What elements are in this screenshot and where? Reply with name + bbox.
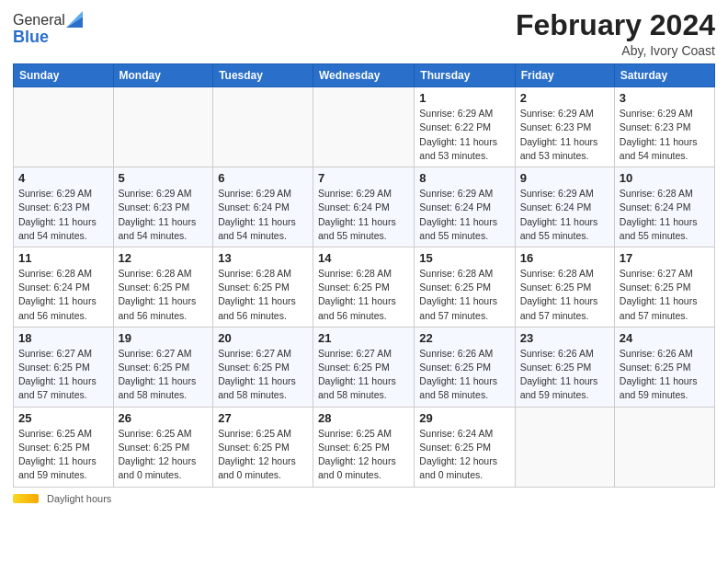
calendar-cell (14, 87, 114, 167)
day-info: Sunrise: 6:29 AMSunset: 6:22 PMDaylight:… (419, 107, 509, 163)
day-number: 27 (218, 411, 308, 425)
calendar-cell: 8Sunrise: 6:29 AMSunset: 6:24 PMDaylight… (415, 167, 515, 247)
day-number: 14 (318, 251, 409, 265)
header-row: SundayMondayTuesdayWednesdayThursdayFrid… (14, 64, 715, 87)
day-info: Sunrise: 6:28 AMSunset: 6:25 PMDaylight:… (119, 267, 209, 323)
calendar-header: SundayMondayTuesdayWednesdayThursdayFrid… (14, 64, 715, 87)
day-number: 23 (520, 331, 609, 345)
day-number: 22 (419, 331, 509, 345)
calendar-cell: 18Sunrise: 6:27 AMSunset: 6:25 PMDayligh… (14, 327, 114, 407)
logo: General Blue (13, 9, 83, 47)
daylight-bar-icon (13, 494, 39, 503)
title-block: February 2024 Aby, Ivory Coast (516, 9, 715, 58)
day-number: 20 (218, 331, 308, 345)
calendar-cell: 17Sunrise: 6:27 AMSunset: 6:25 PMDayligh… (614, 247, 714, 327)
calendar-cell: 24Sunrise: 6:26 AMSunset: 6:25 PMDayligh… (614, 327, 714, 407)
week-row-5: 25Sunrise: 6:25 AMSunset: 6:25 PMDayligh… (14, 407, 715, 487)
calendar-cell (213, 87, 313, 167)
day-info: Sunrise: 6:27 AMSunset: 6:25 PMDaylight:… (119, 347, 209, 403)
week-row-2: 4Sunrise: 6:29 AMSunset: 6:23 PMDaylight… (14, 167, 715, 247)
day-info: Sunrise: 6:26 AMSunset: 6:25 PMDaylight:… (419, 347, 509, 403)
col-header-monday: Monday (113, 64, 213, 87)
day-info: Sunrise: 6:26 AMSunset: 6:25 PMDaylight:… (520, 347, 609, 403)
calendar-table: SundayMondayTuesdayWednesdayThursdayFrid… (13, 63, 715, 487)
day-info: Sunrise: 6:26 AMSunset: 6:25 PMDaylight:… (620, 347, 710, 403)
calendar-cell: 2Sunrise: 6:29 AMSunset: 6:23 PMDaylight… (515, 87, 614, 167)
calendar-cell: 29Sunrise: 6:24 AMSunset: 6:25 PMDayligh… (415, 407, 515, 487)
calendar-cell: 7Sunrise: 6:29 AMSunset: 6:24 PMDaylight… (313, 167, 415, 247)
calendar-cell: 14Sunrise: 6:28 AMSunset: 6:25 PMDayligh… (313, 247, 415, 327)
col-header-friday: Friday (515, 64, 614, 87)
day-number: 28 (318, 411, 409, 425)
day-number: 24 (620, 331, 710, 345)
day-info: Sunrise: 6:29 AMSunset: 6:24 PMDaylight:… (419, 187, 509, 243)
calendar-cell: 16Sunrise: 6:28 AMSunset: 6:25 PMDayligh… (515, 247, 614, 327)
day-number: 17 (620, 251, 710, 265)
subtitle: Aby, Ivory Coast (516, 43, 715, 58)
day-info: Sunrise: 6:25 AMSunset: 6:25 PMDaylight:… (318, 427, 409, 483)
col-header-thursday: Thursday (415, 64, 515, 87)
logo-icon (66, 9, 83, 29)
week-row-1: 1Sunrise: 6:29 AMSunset: 6:22 PMDaylight… (14, 87, 715, 167)
day-info: Sunrise: 6:29 AMSunset: 6:23 PMDaylight:… (18, 187, 108, 243)
calendar-cell: 20Sunrise: 6:27 AMSunset: 6:25 PMDayligh… (213, 327, 313, 407)
calendar-cell: 28Sunrise: 6:25 AMSunset: 6:25 PMDayligh… (313, 407, 415, 487)
day-info: Sunrise: 6:28 AMSunset: 6:25 PMDaylight:… (318, 267, 409, 323)
day-number: 2 (520, 91, 609, 105)
calendar-cell: 19Sunrise: 6:27 AMSunset: 6:25 PMDayligh… (113, 327, 213, 407)
calendar-cell: 9Sunrise: 6:29 AMSunset: 6:24 PMDaylight… (515, 167, 614, 247)
calendar-cell: 21Sunrise: 6:27 AMSunset: 6:25 PMDayligh… (313, 327, 415, 407)
day-number: 1 (419, 91, 509, 105)
calendar-cell (515, 407, 614, 487)
day-info: Sunrise: 6:28 AMSunset: 6:24 PMDaylight:… (18, 267, 108, 323)
day-number: 7 (318, 171, 409, 185)
footer: Daylight hours (13, 493, 715, 504)
col-header-sunday: Sunday (14, 64, 114, 87)
calendar-cell: 23Sunrise: 6:26 AMSunset: 6:25 PMDayligh… (515, 327, 614, 407)
day-number: 11 (18, 251, 108, 265)
day-info: Sunrise: 6:28 AMSunset: 6:25 PMDaylight:… (218, 267, 308, 323)
week-row-4: 18Sunrise: 6:27 AMSunset: 6:25 PMDayligh… (14, 327, 715, 407)
col-header-saturday: Saturday (614, 64, 714, 87)
day-number: 9 (520, 171, 609, 185)
calendar-cell (113, 87, 213, 167)
logo-blue-text: Blue (13, 28, 49, 47)
day-number: 29 (419, 411, 509, 425)
day-info: Sunrise: 6:29 AMSunset: 6:24 PMDaylight:… (318, 187, 409, 243)
day-info: Sunrise: 6:29 AMSunset: 6:23 PMDaylight:… (520, 107, 609, 163)
calendar-cell (614, 407, 714, 487)
day-info: Sunrise: 6:27 AMSunset: 6:25 PMDaylight:… (18, 347, 108, 403)
day-number: 26 (119, 411, 209, 425)
day-number: 16 (520, 251, 609, 265)
day-number: 10 (620, 171, 710, 185)
calendar-body: 1Sunrise: 6:29 AMSunset: 6:22 PMDaylight… (14, 87, 715, 487)
calendar-cell: 12Sunrise: 6:28 AMSunset: 6:25 PMDayligh… (113, 247, 213, 327)
day-info: Sunrise: 6:24 AMSunset: 6:25 PMDaylight:… (419, 427, 509, 483)
day-info: Sunrise: 6:27 AMSunset: 6:25 PMDaylight:… (218, 347, 308, 403)
day-info: Sunrise: 6:27 AMSunset: 6:25 PMDaylight:… (318, 347, 409, 403)
day-number: 8 (419, 171, 509, 185)
day-number: 18 (18, 331, 108, 345)
day-info: Sunrise: 6:27 AMSunset: 6:25 PMDaylight:… (620, 267, 710, 323)
day-info: Sunrise: 6:29 AMSunset: 6:24 PMDaylight:… (520, 187, 609, 243)
day-number: 5 (119, 171, 209, 185)
calendar-cell: 26Sunrise: 6:25 AMSunset: 6:25 PMDayligh… (113, 407, 213, 487)
week-row-3: 11Sunrise: 6:28 AMSunset: 6:24 PMDayligh… (14, 247, 715, 327)
day-info: Sunrise: 6:28 AMSunset: 6:25 PMDaylight:… (520, 267, 609, 323)
day-number: 6 (218, 171, 308, 185)
calendar-cell: 15Sunrise: 6:28 AMSunset: 6:25 PMDayligh… (415, 247, 515, 327)
day-number: 13 (218, 251, 308, 265)
calendar-cell: 4Sunrise: 6:29 AMSunset: 6:23 PMDaylight… (14, 167, 114, 247)
day-info: Sunrise: 6:28 AMSunset: 6:24 PMDaylight:… (620, 187, 710, 243)
day-number: 21 (318, 331, 409, 345)
calendar-cell: 11Sunrise: 6:28 AMSunset: 6:24 PMDayligh… (14, 247, 114, 327)
day-info: Sunrise: 6:25 AMSunset: 6:25 PMDaylight:… (119, 427, 209, 483)
day-info: Sunrise: 6:29 AMSunset: 6:24 PMDaylight:… (218, 187, 308, 243)
calendar-cell: 3Sunrise: 6:29 AMSunset: 6:23 PMDaylight… (614, 87, 714, 167)
daylight-label: Daylight hours (47, 493, 111, 504)
day-number: 3 (620, 91, 710, 105)
calendar-cell: 5Sunrise: 6:29 AMSunset: 6:23 PMDaylight… (113, 167, 213, 247)
calendar-cell: 22Sunrise: 6:26 AMSunset: 6:25 PMDayligh… (415, 327, 515, 407)
calendar-cell: 13Sunrise: 6:28 AMSunset: 6:25 PMDayligh… (213, 247, 313, 327)
day-number: 12 (119, 251, 209, 265)
